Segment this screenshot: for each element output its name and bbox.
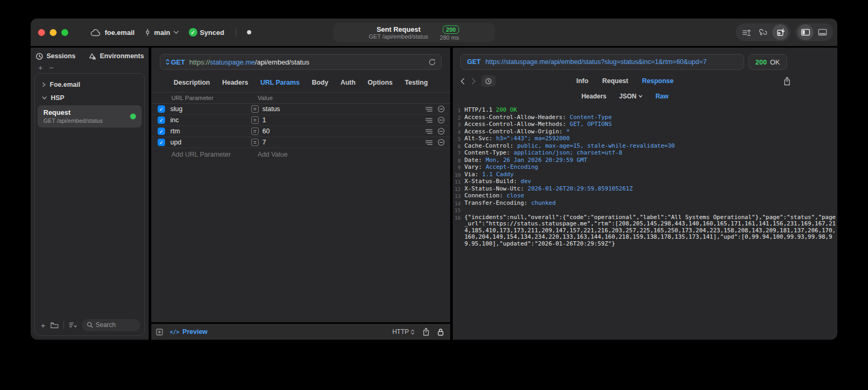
protocol-selector[interactable]: HTTP (392, 328, 415, 335)
param-value-field[interactable]: 7 (262, 139, 425, 146)
response-toolbar: Info Request Response (453, 73, 837, 89)
sidebar-bottom-bar: + (35, 316, 144, 335)
request-tab[interactable]: Auth (341, 79, 355, 86)
request-tab[interactable]: Description (173, 79, 210, 86)
remove-param-icon[interactable] (437, 128, 445, 135)
add-param-row[interactable]: Add URL Parameter Add Value (151, 148, 450, 161)
share-icon[interactable] (423, 328, 430, 336)
request-url-field[interactable]: GET https://statuspage.me/api/embed/stat… (160, 54, 442, 70)
response-raw-view[interactable]: 1 HTTP/1.1 200 OK 2 Access-Control-Allow… (453, 103, 837, 340)
toggle-sidebar-button[interactable] (798, 24, 814, 40)
send-request-icon (776, 28, 785, 37)
column-value-header: Value (258, 95, 273, 101)
new-item-button[interactable]: + (41, 321, 45, 330)
tree-item-foe-email[interactable]: Foe.email (35, 78, 144, 91)
toggle-bottom-panel-button[interactable] (815, 24, 830, 40)
method-selector[interactable]: GET (166, 58, 185, 66)
equals-icon: = (251, 139, 259, 146)
send-request-button[interactable] (772, 24, 788, 40)
tab-sessions[interactable]: Sessions (35, 52, 76, 60)
sidebar-request-item[interactable]: Request GET /api/embed/status (38, 105, 142, 128)
request-tab[interactable]: Headers (222, 79, 248, 86)
forward-icon[interactable] (471, 78, 476, 85)
param-name-field[interactable]: rtm (170, 128, 251, 135)
request-tab[interactable]: URL Params (260, 79, 299, 86)
response-header-line: 6 Cache-Control: public, max-age=15, sta… (453, 143, 837, 150)
header-value: Content-Type (570, 114, 611, 122)
remove-param-icon[interactable] (437, 116, 445, 124)
sidebar-tabs: Sessions Environments (31, 48, 149, 65)
sidebar-tree-panel: Foe.email HSP Request GET /api/embed/sta… (34, 73, 145, 336)
request-tab[interactable]: Options (368, 79, 392, 86)
table-header: URL Parameter Value (151, 92, 450, 104)
url-params-table: URL Parameter Value ✓ slug = status (151, 92, 450, 322)
response-panel: GET https://statuspage.me/api/embed/stat… (453, 48, 837, 340)
new-group-button[interactable] (50, 322, 59, 329)
request-summary-text: Sent Request GET /api/embed/status (369, 25, 428, 40)
tab-environments[interactable]: Environments (88, 52, 144, 60)
zoom-window-button[interactable] (61, 29, 68, 36)
sent-url: https://statuspage.me/api/embed/status?s… (486, 58, 707, 66)
close-window-button[interactable] (38, 29, 45, 36)
subtab-headers[interactable]: Headers (581, 93, 606, 100)
response-header-line: 13 Connection: close (453, 193, 837, 200)
reorder-icon[interactable] (425, 129, 433, 134)
lock-icon[interactable] (437, 328, 444, 336)
remove-request-button[interactable]: − (49, 65, 54, 73)
sync-status[interactable]: ✓ Synced (189, 28, 224, 37)
param-checkbox[interactable]: ✓ (158, 105, 165, 113)
branch-selector[interactable]: main (144, 28, 179, 37)
param-checkbox[interactable]: ✓ (158, 128, 165, 135)
line-number: 2 (453, 114, 464, 122)
param-name-field[interactable]: inc (170, 116, 251, 124)
request-tab[interactable]: Body (312, 79, 328, 86)
code-generator-button[interactable] (755, 24, 771, 40)
sort-button[interactable] (69, 322, 77, 328)
reorder-icon[interactable] (425, 106, 433, 112)
reload-icon[interactable] (428, 58, 436, 66)
param-value-field[interactable]: status (262, 105, 425, 113)
line-number: 7 (453, 150, 464, 157)
tree-item-hsp[interactable]: HSP (35, 91, 144, 104)
reorder-icon[interactable] (425, 140, 433, 146)
import-button[interactable] (738, 24, 754, 40)
add-param-value[interactable]: Add Value (258, 151, 288, 158)
response-body-json: {"incidents":null,"overall":{"code":"ope… (464, 214, 837, 248)
header-key: X-Status-Now-Utc: (464, 186, 524, 193)
remove-param-icon[interactable] (437, 139, 445, 146)
request-summary-pill[interactable]: Sent Request GET /api/embed/status 200 2… (333, 23, 495, 42)
chevron-down-icon (173, 30, 179, 34)
chevron-right-icon (42, 82, 46, 87)
tab-request[interactable]: Request (602, 77, 628, 85)
subtab-json[interactable]: JSON (619, 93, 643, 100)
request-tab[interactable]: Testing (405, 79, 428, 86)
subtab-raw[interactable]: Raw (655, 93, 669, 100)
add-param-name[interactable]: Add URL Parameter (171, 151, 258, 158)
remove-param-icon[interactable] (437, 105, 445, 113)
param-checkbox[interactable]: ✓ (158, 139, 165, 146)
project-name[interactable]: foe.email (105, 29, 134, 37)
tab-info[interactable]: Info (577, 77, 589, 85)
param-checkbox[interactable]: ✓ (158, 116, 165, 124)
sidebar-search[interactable] (82, 319, 140, 331)
preview-button[interactable]: </> Preview (170, 328, 207, 335)
minimize-window-button[interactable] (50, 29, 57, 36)
request-result: 200 280 ms (440, 24, 459, 41)
header-value: 2026-01-26T20:29:59.859105261Z (528, 186, 633, 193)
header-key: Access-Control-Allow-Origin: (464, 129, 562, 136)
add-request-button[interactable]: + (38, 65, 43, 73)
reorder-icon[interactable] (425, 117, 433, 123)
tab-response[interactable]: Response (642, 77, 674, 85)
back-icon[interactable] (460, 78, 465, 85)
export-response-button[interactable] (783, 77, 791, 86)
expand-editor-icon[interactable] (156, 328, 163, 336)
param-name-field[interactable]: upd (170, 139, 251, 146)
history-button[interactable] (481, 75, 496, 87)
param-name-field[interactable]: slug (170, 105, 251, 113)
line-number: 5 (453, 135, 464, 143)
response-header-line: 4 Access-Control-Allow-Origin: * (453, 129, 837, 136)
param-value-field[interactable]: 60 (262, 128, 425, 135)
search-input[interactable] (96, 321, 133, 329)
param-value-field[interactable]: 1 (262, 116, 425, 124)
response-subtabs: Headers JSON Raw (433, 89, 817, 103)
